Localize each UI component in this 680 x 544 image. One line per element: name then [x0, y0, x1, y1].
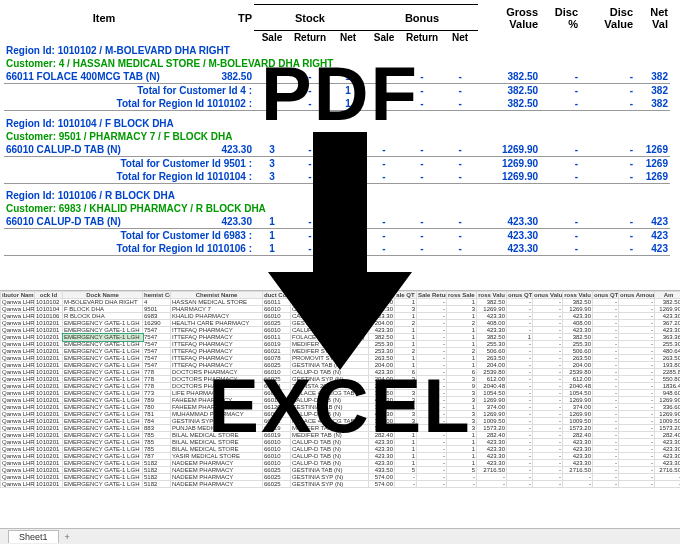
excel-cell[interactable]: EMERGENCY GATE-1 LGH — [63, 432, 143, 439]
excel-cell[interactable]: - — [593, 313, 619, 320]
excel-row[interactable]: Qanwa LHR1010201EMERGENCY GATE-1 LGH778D… — [1, 383, 681, 390]
excel-cell[interactable]: 785 — [143, 446, 171, 453]
excel-cell[interactable]: LIFE PHARMACY — [171, 390, 263, 397]
excel-cell[interactable]: 1 — [447, 404, 477, 411]
excel-cell[interactable]: 1010201 — [35, 369, 63, 376]
excel-cell[interactable]: 1 — [395, 460, 417, 467]
excel-cell[interactable]: 1010106 — [35, 313, 63, 320]
excel-cell[interactable]: 3 — [447, 306, 477, 313]
excel-cell[interactable]: 7547 — [143, 334, 171, 341]
excel-cell[interactable]: 506.60 — [477, 348, 507, 355]
excel-cell[interactable]: EMERGENCY GATE-1 LGH — [63, 474, 143, 481]
excel-cell[interactable]: - — [477, 474, 507, 481]
excel-cell[interactable]: 506.60 — [563, 348, 593, 355]
excel-cell[interactable]: GESTINIA TAB (N) — [291, 467, 369, 474]
excel-cell[interactable]: EMERGENCY GATE-1 LGH — [63, 362, 143, 369]
excel-cell[interactable]: 1 — [447, 439, 477, 446]
excel-cell[interactable]: - — [417, 404, 447, 411]
excel-cell[interactable]: - — [417, 362, 447, 369]
excel-cell[interactable]: Qanwa LHR — [1, 334, 35, 341]
excel-cell[interactable]: - — [507, 362, 533, 369]
excel-cell[interactable]: 1 — [395, 453, 417, 460]
excel-cell[interactable]: 382.50 — [477, 299, 507, 306]
excel-cell[interactable]: - — [619, 467, 655, 474]
excel-cell[interactable]: CALUP-D TAB (N) — [291, 397, 369, 404]
excel-cell[interactable]: 7547 — [143, 327, 171, 334]
excel-cell[interactable]: - — [655, 481, 681, 488]
excel-cell[interactable]: GESTINIA SYP — [171, 418, 263, 425]
excel-cell[interactable]: 66010 — [263, 446, 291, 453]
excel-cell[interactable]: - — [593, 425, 619, 432]
excel-cell[interactable]: 263.50 — [655, 355, 681, 362]
excel-cell[interactable]: - — [417, 348, 447, 355]
excel-cell[interactable]: 9 — [447, 383, 477, 390]
excel-row[interactable]: Qanwa LHR1010201EMERGENCY GATE-1 LGH7547… — [1, 341, 681, 348]
excel-cell[interactable]: 1 — [395, 432, 417, 439]
excel-cell[interactable]: 7547 — [143, 341, 171, 348]
excel-cell[interactable]: - — [593, 348, 619, 355]
excel-cell[interactable]: Qanwa LHR — [1, 369, 35, 376]
excel-row[interactable]: Qanwa LHR1010201EMERGENCY GATE-1 LGH780F… — [1, 404, 681, 411]
excel-cell[interactable]: EMERGENCY GATE-1 LGH — [63, 439, 143, 446]
excel-cell[interactable]: - — [533, 313, 563, 320]
excel-cell[interactable]: 5 — [395, 467, 417, 474]
excel-cell[interactable]: 1010201 — [35, 334, 63, 341]
excel-cell[interactable]: Qanwa LHR — [1, 481, 35, 488]
excel-cell[interactable]: Qanwa LHR — [1, 432, 35, 439]
excel-cell[interactable]: 1010201 — [35, 341, 63, 348]
excel-cell[interactable]: 408.00 — [563, 320, 593, 327]
excel-cell[interactable]: BILAL MEDICAL STORE — [171, 432, 263, 439]
excel-cell[interactable]: 1269.90 — [563, 306, 593, 313]
excel-cell[interactable]: HEALTH CARE PHARMACY — [171, 320, 263, 327]
excel-cell[interactable]: 66019 — [263, 425, 291, 432]
excel-cell[interactable]: - — [619, 397, 655, 404]
excel-cell[interactable]: - — [593, 362, 619, 369]
excel-cell[interactable]: FOLACE 400MCG TAB (N — [291, 418, 369, 425]
excel-cell[interactable]: - — [593, 418, 619, 425]
excel-cell[interactable]: - — [447, 474, 477, 481]
excel-cell[interactable]: 336.60 — [655, 404, 681, 411]
excel-cell[interactable]: MEDIFER TAB (N) — [291, 432, 369, 439]
excel-cell[interactable]: 423.30 — [477, 446, 507, 453]
excel-cell[interactable]: 1 — [395, 341, 417, 348]
excel-cell[interactable]: - — [533, 411, 563, 418]
excel-cell[interactable]: 367.20 — [655, 320, 681, 327]
excel-cell[interactable]: - — [417, 341, 447, 348]
excel-cell[interactable]: Qanwa LHR — [1, 467, 35, 474]
excel-cell[interactable]: 423.30 — [477, 453, 507, 460]
excel-cell[interactable]: - — [593, 341, 619, 348]
excel-cell[interactable]: - — [619, 341, 655, 348]
excel-cell[interactable]: - — [619, 411, 655, 418]
excel-cell[interactable]: - — [619, 460, 655, 467]
excel-cell[interactable]: - — [593, 306, 619, 313]
excel-header[interactable]: ross Valu — [563, 292, 593, 299]
excel-cell[interactable]: 1 — [447, 453, 477, 460]
excel-cell[interactable]: - — [533, 481, 563, 488]
excel-cell[interactable]: ITTEFAQ PHARMACY — [171, 355, 263, 362]
excel-cell[interactable]: 204.00 — [477, 362, 507, 369]
excel-cell[interactable]: 423.30 — [477, 460, 507, 467]
excel-cell[interactable]: 1010201 — [35, 432, 63, 439]
excel-cell[interactable]: EMERGENCY GATE-1 LGH — [63, 327, 143, 334]
excel-cell[interactable]: Qanwa LHR — [1, 362, 35, 369]
excel-cell[interactable]: - — [533, 327, 563, 334]
excel-cell[interactable]: 1054.50 — [477, 390, 507, 397]
excel-cell[interactable]: 66011 — [263, 299, 291, 306]
excel-cell[interactable]: 1 — [395, 404, 417, 411]
excel-cell[interactable]: EMERGENCY GATE-1 LGH — [63, 320, 143, 327]
excel-cell[interactable]: - — [619, 376, 655, 383]
excel-cell[interactable]: - — [507, 383, 533, 390]
excel-cell[interactable]: - — [619, 390, 655, 397]
excel-cell[interactable]: 193.80 — [655, 362, 681, 369]
excel-header[interactable]: hemist Cod — [143, 292, 171, 299]
excel-cell[interactable]: - — [395, 481, 417, 488]
excel-header[interactable]: ross Valu — [477, 292, 507, 299]
excel-cell[interactable]: 2539.80 — [477, 369, 507, 376]
excel-cell[interactable]: - — [593, 355, 619, 362]
excel-cell[interactable]: 1269.90 — [655, 306, 681, 313]
excel-cell[interactable]: - — [507, 425, 533, 432]
excel-cell[interactable]: 66010 — [263, 313, 291, 320]
excel-cell[interactable]: - — [593, 334, 619, 341]
excel-cell[interactable]: 1010201 — [35, 397, 63, 404]
excel-cell[interactable]: 2716.50 — [477, 467, 507, 474]
